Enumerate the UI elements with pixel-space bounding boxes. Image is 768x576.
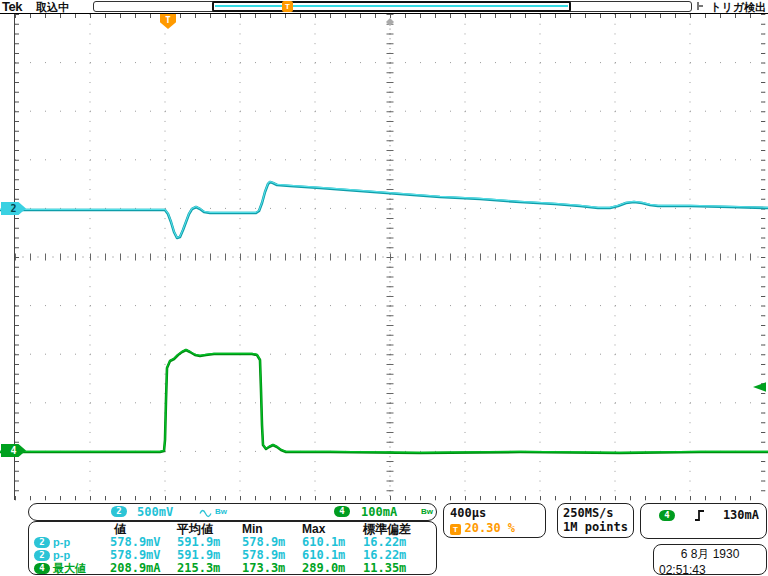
time-text: 02:51:43 [654,563,766,576]
record-view-trigger-icon: T [282,1,293,12]
meas-row-label: 4 最大値 [34,562,110,575]
time-per-div: 400µs [450,506,545,520]
top-status-bar: Tek 取込中 T トリガ検出 [0,0,768,14]
trigger-status: トリガ検出 [710,0,766,15]
date-text: 6 8月 1930 [654,546,766,563]
record-view-window [212,1,571,12]
meas-min: 173.3m [242,562,302,575]
meas-max: 289.0m [302,562,363,575]
acquisition-box: 250MS/s 1M points [557,503,634,538]
oscilloscope-screen: Tek 取込中 T トリガ検出 T 2 4 2 500mV Bw 4 100mA… [0,0,768,576]
meas-std: 11.35m [363,562,437,575]
ch4-scale: 100mA [361,505,397,519]
tek-logo: Tek [2,0,22,14]
trigger-position: 20.30 % [464,521,515,535]
record-view-end-icon [697,2,699,10]
ch2-scale: 500mV [137,505,173,519]
sample-rate: 250MS/s [563,506,633,520]
trigger-t-badge: T [450,524,461,535]
waveform-display [0,0,768,576]
meas-value: 208.9mA [110,562,177,575]
measurement-table: 値 平均値 Min Max 標準偏差 2 p-p 578.9mV 591.9m … [28,521,437,575]
ch2-ac-coupling-icon [199,509,212,518]
acquisition-status: 取込中 [36,0,69,15]
channel-scale-bar: 2 500mV Bw 4 100mA Bw [28,503,437,521]
record-length: 1M points [563,520,633,534]
horizontal-settings-box: 400µs T 20.30 % [443,503,546,538]
meas-row-label: 2 p-p [34,549,110,562]
ch4-badge: 4 [334,506,350,517]
ch2-badge: 2 [111,506,127,517]
ch4-bandwidth-icon: Bw [421,507,433,516]
meas-mean: 215.3m [177,562,242,575]
trigger-settings-box: 4 130mA [640,503,767,539]
trigger-level: 130mA [723,508,759,522]
rising-edge-icon [693,508,707,523]
record-view-trace [215,5,568,7]
datetime-box: 6 8月 1930 02:51:43 [653,544,767,575]
trigger-source-badge: 4 [659,510,675,521]
meas-row-label: 2 p-p [34,536,110,549]
record-view-bar: T [93,1,692,12]
ch2-bandwidth-icon: Bw [215,507,227,516]
